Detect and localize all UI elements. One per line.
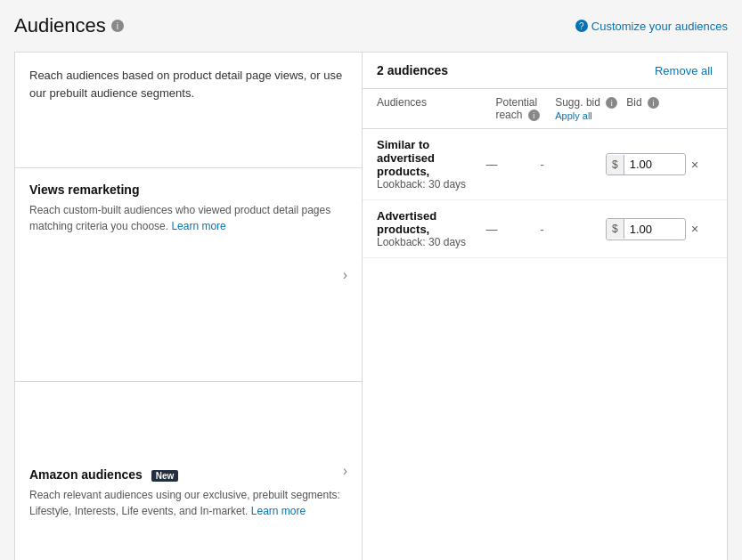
amazon-audiences-section[interactable]: Amazon audiences New Reach relevant audi… (15, 382, 362, 560)
col-header-sugg-bid: Sugg. bid i Apply all (555, 96, 626, 121)
views-remarketing-learn-more[interactable]: Learn more (171, 220, 225, 232)
main-layout: Reach audiences based on product detail … (14, 52, 728, 560)
right-panel: 2 audiences Remove all Audiences Potenti… (363, 53, 727, 560)
audiences-info-icon[interactable]: i (111, 20, 124, 32)
bid-input-2[interactable] (624, 219, 673, 239)
col-header-bid: Bid i (626, 96, 686, 121)
left-description: Reach audiences based on product detail … (29, 67, 347, 101)
audience-name-2: Advertised products, (377, 209, 485, 236)
col-audiences-label: Audiences (377, 96, 427, 109)
bid-input-1[interactable] (624, 154, 673, 174)
sugg-bid-2: - (541, 223, 606, 236)
col-bid-label: Bid i (626, 96, 659, 109)
close-row-2[interactable]: × (686, 220, 704, 238)
page-title: Audiences (14, 14, 106, 37)
bid-currency-1: $ (607, 155, 624, 174)
right-header: 2 audiences Remove all (363, 53, 727, 89)
views-remarketing-desc: Reach custom-built audiences who viewed … (29, 202, 347, 234)
audience-name-cell-2: Advertised products, Lookback: 30 days (377, 209, 485, 248)
table-row: Similar to advertised products, Lookback… (363, 129, 727, 200)
amazon-audiences-desc: Reach relevant audiences using our exclu… (29, 487, 347, 519)
col-header-audiences: Audiences (377, 96, 495, 121)
left-description-area: Reach audiences based on product detail … (15, 53, 362, 168)
left-panel: Reach audiences based on product detail … (15, 53, 363, 560)
views-remarketing-section[interactable]: Views remarketing Reach custom-built aud… (15, 168, 362, 382)
amazon-audiences-title: Amazon audiences New (29, 467, 347, 482)
amazon-audiences-chevron: › (343, 463, 347, 479)
audience-lookback-2: Lookback: 30 days (377, 236, 485, 248)
bid-cell-1: $ (606, 153, 686, 175)
sugg-bid-info-icon[interactable]: i (606, 97, 617, 109)
sugg-bid-1: - (541, 158, 606, 171)
table-row: Advertised products, Lookback: 30 days —… (363, 200, 727, 258)
page-header: Audiences i ? Customize your audiences (14, 14, 728, 37)
audience-name-cell: Similar to advertised products, Lookback… (377, 138, 485, 191)
views-remarketing-chevron: › (343, 267, 347, 283)
bid-info-icon[interactable]: i (648, 97, 659, 109)
customize-link[interactable]: ? Customize your audiences (575, 20, 728, 33)
customize-question-icon: ? (575, 20, 588, 32)
col-header-potential-reach: Potential reach i (495, 96, 555, 121)
potential-reach-1: — (485, 158, 540, 171)
audience-count: 2 audiences (377, 63, 448, 77)
col-potential-reach-label: Potential reach i (495, 96, 555, 121)
potential-reach-2: — (485, 223, 540, 236)
bid-input-container-2: $ (606, 218, 686, 240)
new-badge: New (151, 470, 179, 482)
customize-link-label: Customize your audiences (591, 20, 728, 33)
table-header: Audiences Potential reach i Sugg. bid i … (363, 89, 727, 129)
col-sugg-bid-label: Sugg. bid i (555, 96, 617, 109)
page-container: Audiences i ? Customize your audiences R… (14, 14, 728, 560)
apply-all-link[interactable]: Apply all (555, 110, 592, 121)
views-remarketing-title: Views remarketing (29, 183, 347, 197)
amazon-audiences-learn-more[interactable]: Learn more (251, 505, 306, 517)
potential-reach-info-icon[interactable]: i (528, 110, 540, 121)
close-row-1[interactable]: × (686, 156, 704, 174)
audience-lookback-1: Lookback: 30 days (377, 178, 485, 191)
remove-all-link[interactable]: Remove all (655, 64, 713, 77)
page-title-area: Audiences i (14, 14, 124, 37)
bid-input-container-1: $ (606, 153, 686, 175)
col-header-close (686, 96, 713, 121)
bid-currency-2: $ (607, 219, 624, 239)
audience-name-1: Similar to advertised products, (377, 138, 485, 178)
bid-cell-2: $ (606, 218, 686, 240)
